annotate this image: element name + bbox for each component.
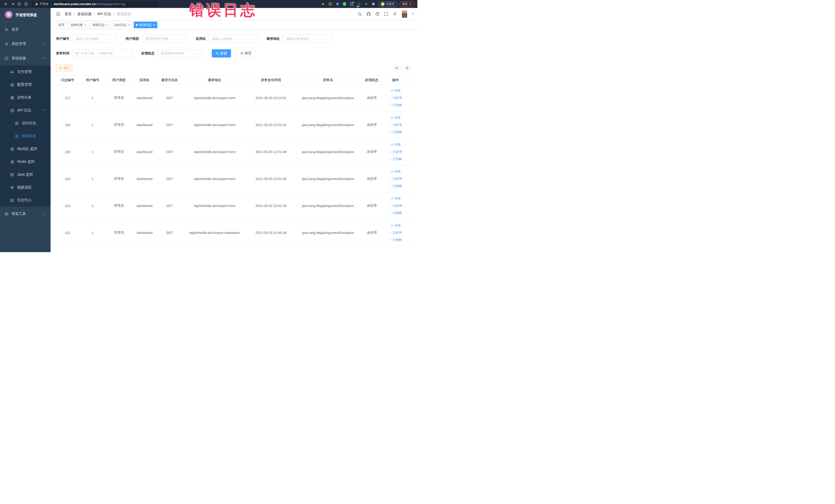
search-button[interactable]: 搜索 (212, 49, 231, 58)
hamburger-icon[interactable] (53, 12, 63, 16)
process-status-select[interactable]: 请选择处理状态 (158, 49, 204, 58)
ignored-link[interactable]: 已忽略 (389, 130, 402, 134)
cell-app: dashboard (132, 177, 157, 181)
paused-badge[interactable]: 已暂停 (378, 1, 397, 7)
address-bar[interactable]: 不安全 dashboard.yudao.iocoder.cn/infra/log… (31, 1, 160, 7)
help-icon[interactable] (375, 12, 380, 16)
processed-link[interactable]: 已处理 (389, 230, 402, 235)
github-icon[interactable] (366, 12, 371, 16)
processed-link[interactable]: 已处理 (389, 204, 402, 208)
ignored-link[interactable]: 已忽略 (389, 211, 402, 215)
app-name-label: 应用名 (196, 37, 206, 41)
reload-icon[interactable] (16, 1, 23, 7)
cell-time: 2021-05-02 23:32:28 (247, 204, 295, 208)
forward-icon[interactable] (9, 1, 16, 7)
sidebar-item-error-log[interactable]: 错误日志 (0, 130, 50, 142)
sidebar-item-home[interactable]: 首页 (0, 22, 50, 37)
search-icon[interactable] (358, 12, 362, 16)
user-type-select[interactable]: 请选择用户类型 (142, 35, 188, 43)
sidebar-item-api-log[interactable]: API 日志 (0, 104, 50, 117)
tab-错误日志[interactable]: 错误日志× (134, 22, 157, 28)
reset-button[interactable]: 重置 (236, 49, 256, 58)
sidebar-item-system[interactable]: 系统管理 (0, 37, 50, 51)
fullscreen-icon[interactable] (384, 12, 388, 16)
caret-down-icon[interactable] (412, 13, 414, 15)
detail-link[interactable]: 详细 (391, 196, 401, 201)
tab-定时任务[interactable]: 定时任务× (68, 22, 88, 28)
export-button[interactable]: 导出 (56, 64, 73, 72)
date-range-picker[interactable]: 开始日期 - 结束日期 (73, 49, 133, 58)
breadcrumb-item[interactable]: 基础设施 (77, 12, 91, 16)
extension-pinwheel-icon[interactable] (370, 1, 376, 7)
action-label: 已忽略 (393, 130, 402, 134)
page: 不安全 dashboard.yudao.iocoder.cn/infra/log… (0, 0, 418, 252)
logo: 芋道管理系统 (0, 8, 50, 22)
cell-id: 114 (56, 177, 79, 181)
briefcase-icon (5, 212, 8, 216)
detail-link[interactable]: 详细 (391, 88, 401, 93)
check-icon (389, 211, 392, 215)
end-date-placeholder: 结束日期 (99, 51, 113, 56)
check-icon (389, 131, 392, 134)
cell-actions: 详细已处理已忽略 (382, 142, 409, 161)
url-path: /infra/log/api-error-log (96, 2, 125, 6)
cell-actions: 详细已处理已忽略 (382, 223, 409, 242)
tab-首页[interactable]: 首页 (56, 22, 67, 28)
user-type-label: 用户类型 (125, 37, 139, 41)
processed-link[interactable]: 已处理 (389, 150, 402, 154)
tab-调度日志[interactable]: 调度日志× (90, 22, 110, 28)
detail-link[interactable]: 详细 (391, 142, 401, 147)
detail-link[interactable]: 详细 (391, 169, 401, 174)
extension-on-icon[interactable]: on (356, 1, 362, 7)
breadcrumb-item[interactable]: 首页 (64, 12, 72, 16)
ignored-link[interactable]: 已忽略 (389, 238, 402, 242)
close-icon[interactable]: × (128, 23, 130, 27)
ignored-link[interactable]: 已忽略 (389, 157, 402, 161)
detail-link[interactable]: 详细 (391, 116, 401, 120)
detail-link[interactable]: 详细 (391, 223, 401, 228)
sidebar-item-redis[interactable]: Redis 监控 (0, 155, 50, 168)
close-icon[interactable]: × (84, 23, 86, 27)
sidebar-item-log-center[interactable]: 日志中心 (0, 194, 50, 207)
sidebar-item-file[interactable]: 文件管理 (0, 65, 50, 78)
close-icon[interactable]: × (153, 23, 155, 27)
home-icon[interactable] (23, 1, 29, 7)
user-id-input[interactable] (73, 35, 117, 43)
breadcrumb-item[interactable]: API 日志 (97, 12, 111, 16)
sidebar-item-job[interactable]: 定时任务 (0, 91, 50, 104)
update-badge[interactable]: 更新⋮ (399, 1, 415, 7)
sidebar-item-infra[interactable]: 基础设施 (0, 51, 50, 65)
back-icon[interactable] (3, 1, 9, 7)
refresh-button[interactable] (403, 64, 411, 72)
user-avatar[interactable] (402, 10, 407, 18)
app-name-input[interactable] (209, 35, 258, 43)
extension-leaf-icon[interactable] (363, 1, 369, 7)
sidebar-item-java[interactable]: Java 监控 (0, 168, 50, 181)
check-icon (389, 123, 392, 126)
sidebar-item-access-log[interactable]: 访问日志 (0, 117, 50, 130)
toggle-search-button[interactable] (393, 64, 401, 72)
extension-green-icon[interactable]: V (342, 1, 347, 7)
extension-grid-icon[interactable] (349, 1, 354, 7)
sidebar-item-dev-tools[interactable]: 研发工具 (0, 207, 50, 221)
close-icon[interactable]: × (106, 23, 108, 27)
ignored-link[interactable]: 已忽略 (389, 103, 402, 107)
processed-link[interactable]: 已处理 (389, 96, 402, 100)
request-url-input[interactable] (283, 35, 333, 43)
sidebar-item-trace[interactable]: 链路追踪 (0, 181, 50, 194)
sidebar-item-label: 错误日志 (22, 134, 36, 138)
action-label: 已处理 (393, 150, 402, 154)
processed-link[interactable]: 已处理 (389, 177, 402, 181)
extension-blue-icon[interactable] (334, 1, 340, 7)
extension-orange-icon[interactable] (327, 1, 333, 7)
font-size-icon[interactable] (393, 12, 398, 16)
bookmark-star-icon[interactable]: ★ (320, 1, 326, 7)
sidebar-item-mysql[interactable]: MySQL 监控 (0, 142, 50, 155)
tab-访问日志[interactable]: 访问日志× (112, 22, 132, 28)
cell-time: 2021-05-03 12:01:49 (247, 150, 295, 154)
ignored-link[interactable]: 已忽略 (389, 184, 402, 188)
security-warning[interactable]: 不安全 (35, 2, 51, 6)
sidebar-item-config[interactable]: 配置管理 (0, 78, 50, 91)
cell-user_type: 管理员 (106, 149, 132, 154)
processed-link[interactable]: 已处理 (389, 123, 402, 127)
